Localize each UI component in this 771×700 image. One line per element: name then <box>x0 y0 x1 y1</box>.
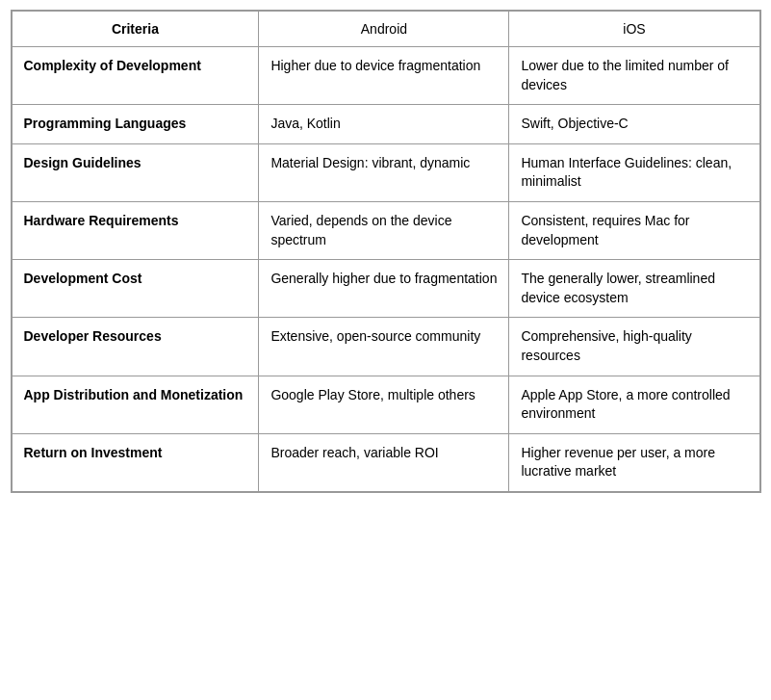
comparison-table-wrapper: Criteria Android iOS Complexity of Devel… <box>11 10 761 493</box>
cell-criteria-3: Hardware Requirements <box>12 201 259 259</box>
table-row: Complexity of DevelopmentHigher due to d… <box>12 47 759 105</box>
table-row: Design GuidelinesMaterial Design: vibran… <box>12 143 759 201</box>
cell-criteria-2: Design Guidelines <box>12 143 259 201</box>
cell-android-1: Java, Kotlin <box>259 105 509 144</box>
cell-criteria-6: App Distribution and Monetization <box>12 376 259 433</box>
cell-android-2: Material Design: vibrant, dynamic <box>259 143 509 201</box>
cell-criteria-1: Programming Languages <box>12 105 259 144</box>
table-row: Hardware RequirementsVaried, depends on … <box>12 201 759 259</box>
cell-android-5: Extensive, open-source community <box>259 318 509 376</box>
cell-ios-7: Higher revenue per user, a more lucrativ… <box>509 433 759 491</box>
cell-criteria-0: Complexity of Development <box>12 47 259 105</box>
cell-ios-3: Consistent, requires Mac for development <box>509 201 759 259</box>
cell-criteria-7: Return on Investment <box>12 433 259 491</box>
cell-criteria-5: Developer Resources <box>12 318 259 376</box>
table-row: App Distribution and MonetizationGoogle … <box>12 376 759 433</box>
cell-criteria-4: Development Cost <box>12 260 259 318</box>
header-criteria: Criteria <box>12 12 259 47</box>
cell-ios-6: Apple App Store, a more controlled envir… <box>509 376 759 433</box>
comparison-table: Criteria Android iOS Complexity of Devel… <box>12 11 760 492</box>
table-header-row: Criteria Android iOS <box>12 12 759 47</box>
cell-ios-5: Comprehensive, high-quality resources <box>509 318 759 376</box>
cell-android-4: Generally higher due to fragmentation <box>259 260 509 318</box>
header-ios: iOS <box>509 12 759 47</box>
cell-ios-2: Human Interface Guidelines: clean, minim… <box>509 143 759 201</box>
cell-ios-0: Lower due to the limited number of devic… <box>509 47 759 105</box>
table-row: Return on InvestmentBroader reach, varia… <box>12 433 759 491</box>
table-row: Programming LanguagesJava, KotlinSwift, … <box>12 105 759 144</box>
cell-android-6: Google Play Store, multiple others <box>259 376 509 433</box>
cell-ios-4: The generally lower, streamlined device … <box>509 260 759 318</box>
cell-android-0: Higher due to device fragmentation <box>259 47 509 105</box>
header-android: Android <box>259 12 509 47</box>
table-row: Development CostGenerally higher due to … <box>12 260 759 318</box>
cell-android-7: Broader reach, variable ROI <box>259 433 509 491</box>
cell-android-3: Varied, depends on the device spectrum <box>259 201 509 259</box>
table-row: Developer ResourcesExtensive, open-sourc… <box>12 318 759 376</box>
cell-ios-1: Swift, Objective-C <box>509 105 759 144</box>
